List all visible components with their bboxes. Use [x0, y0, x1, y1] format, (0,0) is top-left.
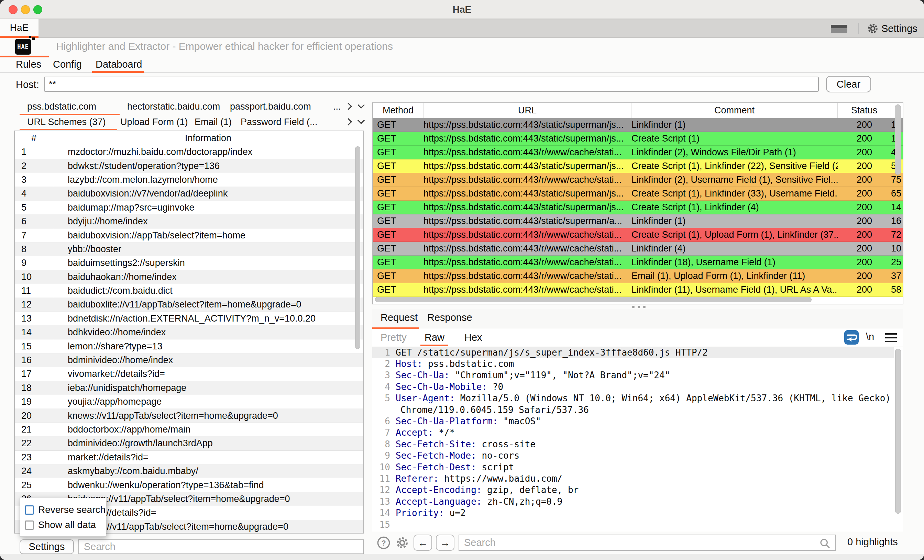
layout-icon[interactable] [831, 25, 848, 33]
column-header-method[interactable]: Method [373, 103, 423, 118]
column-header-url[interactable]: URL [423, 103, 632, 118]
request-editor[interactable]: 1GET /static/superman/js/s_super_index-3… [372, 347, 903, 531]
editor-menu-icon[interactable] [885, 333, 897, 344]
prev-match-button[interactable]: ← [414, 535, 432, 551]
show-all-data-checkbox[interactable] [25, 521, 34, 530]
table-row[interactable]: 19youjia://app/homepage [15, 395, 363, 409]
line-number: 12 [372, 485, 390, 495]
settings-button[interactable]: Settings [867, 22, 918, 35]
header-name: Accept-Language: [396, 496, 482, 507]
scrollbar-thumb[interactable] [355, 146, 360, 349]
chevron-right-icon[interactable] [345, 103, 352, 110]
table-row[interactable]: GEThttps://pss.bdstatic.com:443/r/www/ca… [373, 242, 903, 256]
table-row[interactable]: GEThttps://pss.bdstatic.com:443/r/www/ca… [373, 256, 903, 270]
table-row[interactable]: GEThttps://pss.bdstatic.com:443/r/www/ca… [373, 270, 903, 283]
table-row[interactable]: GEThttps://pss.bdstatic.com:443/r/www/ca… [373, 146, 903, 159]
tab-hex[interactable]: Hex [464, 332, 482, 343]
table-row[interactable]: 9baiduimsettings2://superskin [15, 256, 363, 270]
show-all-data-option[interactable]: Show all data [25, 520, 96, 530]
tab-pretty[interactable]: Pretty [381, 332, 406, 343]
table-row[interactable]: 24askmybaby://com.baidu.mbaby/ [15, 464, 363, 478]
table-row[interactable]: 18ieba://unidispatch/homepage [15, 381, 363, 395]
tab-raw[interactable]: Raw [424, 332, 444, 343]
table-row[interactable]: 20knews://v11/appTab/select?item=home&up… [15, 409, 363, 422]
tab-config[interactable]: Config [53, 57, 82, 71]
host-tab-passport[interactable]: passport.baidu.com [230, 101, 311, 112]
table-row[interactable]: 25bdwenku://wenku/operation?type=136&tab… [15, 478, 363, 492]
table-row[interactable]: 7baiduboxvision://appTab/select?item=hom… [15, 229, 363, 242]
table-row[interactable]: 12baiduboxlite://v11/appTab/select?item=… [15, 298, 363, 311]
type-tab-password-field[interactable]: Password Field (... [241, 117, 322, 127]
table-row[interactable]: 16bdminivideo://home/index [15, 353, 363, 367]
table-row[interactable]: 14bdhkvideo://home/index [15, 326, 363, 340]
splitter-handle-icon[interactable] [632, 306, 646, 308]
scrollbar-thumb[interactable] [895, 105, 901, 175]
table-row[interactable]: GEThttps://pss.bdstatic.com:443/static/s… [373, 187, 903, 201]
table-row[interactable]: 8ybb://booster [15, 243, 363, 256]
table-row[interactable]: 3lazybd://com.melon.lazymelon/home [15, 173, 363, 187]
host-tab-overflow[interactable]: ... [333, 101, 341, 112]
next-match-button[interactable]: → [436, 535, 454, 551]
host-tab-hectorstatic[interactable]: hectorstatic.baidu.com [127, 101, 220, 112]
table-row[interactable]: 17vivomarket://details?id= [15, 367, 363, 381]
tab-hae[interactable]: HaE [0, 19, 39, 38]
table-row[interactable]: 6bdyiju://home/index [15, 215, 363, 229]
table-row[interactable]: 10baiduhaokan://home/index [15, 270, 363, 284]
table-row[interactable]: 23market://details?id= [15, 451, 363, 464]
host-input[interactable] [44, 76, 819, 92]
reverse-search-checkbox[interactable] [25, 505, 34, 515]
line-number: 5 [372, 393, 390, 403]
table-row[interactable]: 11baidudict://com.baidu.dict [15, 284, 363, 298]
clear-button[interactable]: Clear [826, 76, 871, 93]
table-row[interactable]: 2bdwkst://student/operation?type=136 [15, 159, 363, 173]
chevron-down-icon[interactable] [357, 117, 365, 124]
table-row[interactable]: 5baidumap://map?src=uginvoke [15, 201, 363, 215]
table-row[interactable]: GEThttps://pss.bdstatic.com:443/static/s… [373, 132, 903, 146]
row-information: baidudict://com.baidu.dict [53, 286, 363, 296]
table-row[interactable]: 21bddoctorbox://app/home/main [15, 423, 363, 437]
table-row[interactable]: GEThttps://pss.bdstatic.com:443/static/s… [373, 159, 903, 173]
table-row[interactable]: GEThttps://pss.bdstatic.com:443/r/www/ca… [373, 173, 903, 187]
search-settings-gear-icon[interactable] [395, 536, 409, 550]
scrollbar-thumb[interactable] [895, 349, 901, 514]
type-tab-upload-form[interactable]: Upload Form (1) [120, 117, 188, 127]
table-row[interactable]: 15lemon://share?type=13 [15, 340, 363, 353]
panel-splitter[interactable] [372, 305, 903, 308]
table-row[interactable]: 1mzdoctor://muzhi.baidu.com/doctorapp/in… [15, 145, 363, 159]
tab-response[interactable]: Response [427, 312, 472, 323]
scrollbar-thumb[interactable] [375, 297, 812, 302]
editor-search-input[interactable] [459, 535, 836, 551]
type-tab-url-schemes[interactable]: URL Schemes (37) [27, 117, 106, 127]
tab-databoard[interactable]: Databoard [96, 57, 142, 71]
right-table-body: GEThttps://pss.bdstatic.com:443/static/s… [373, 118, 903, 297]
table-row[interactable]: 4baiduboxvision://v7/vendor/ad/deeplink [15, 187, 363, 201]
reverse-search-option[interactable]: Reverse search [25, 505, 105, 515]
help-icon[interactable]: ? [377, 536, 390, 550]
left-search-input[interactable] [78, 539, 364, 554]
table-row[interactable]: GEThttps://pss.bdstatic.com:443/static/s… [373, 201, 903, 214]
column-header-status[interactable]: Status [838, 103, 891, 118]
newline-toggle-icon[interactable]: \n [866, 331, 874, 343]
tab-request[interactable]: Request [381, 312, 418, 323]
type-tab-email[interactable]: Email (1) [195, 117, 232, 127]
table-row[interactable]: 22bdminivideo://growth/launch3rdApp [15, 437, 363, 451]
editor-scrollbar[interactable] [895, 348, 902, 529]
column-header-number[interactable]: # [15, 131, 53, 145]
chevron-right-icon[interactable] [345, 118, 352, 126]
table-row[interactable]: GEThttps://pss.bdstatic.com:443/r/www/ca… [373, 228, 903, 242]
editor-bottom-bar: ? ← → 0 highlights [372, 532, 903, 554]
host-tab-pss-bdstatic[interactable]: pss.bdstatic.com [27, 101, 96, 112]
table-row[interactable]: GEThttps://pss.bdstatic.com:443/r/www/ca… [373, 283, 903, 297]
right-table-vscrollbar[interactable] [894, 104, 902, 296]
tab-rules[interactable]: Rules [16, 57, 41, 71]
table-row[interactable]: 13bdnetdisk://n/action.EXTERNAL_ACTIVITY… [15, 312, 363, 326]
left-table-scrollbar[interactable] [355, 146, 361, 532]
right-table-hscrollbar[interactable] [374, 296, 893, 302]
chevron-down-icon[interactable] [357, 101, 365, 109]
table-row[interactable]: GEThttps://pss.bdstatic.com:443/static/s… [373, 214, 903, 228]
table-row[interactable]: GEThttps://pss.bdstatic.com:443/static/s… [373, 118, 903, 132]
left-settings-button[interactable]: Settings [20, 539, 74, 554]
word-wrap-icon[interactable] [844, 330, 859, 345]
column-header-comment[interactable]: Comment [632, 103, 838, 118]
column-header-information[interactable]: Information [53, 131, 363, 145]
